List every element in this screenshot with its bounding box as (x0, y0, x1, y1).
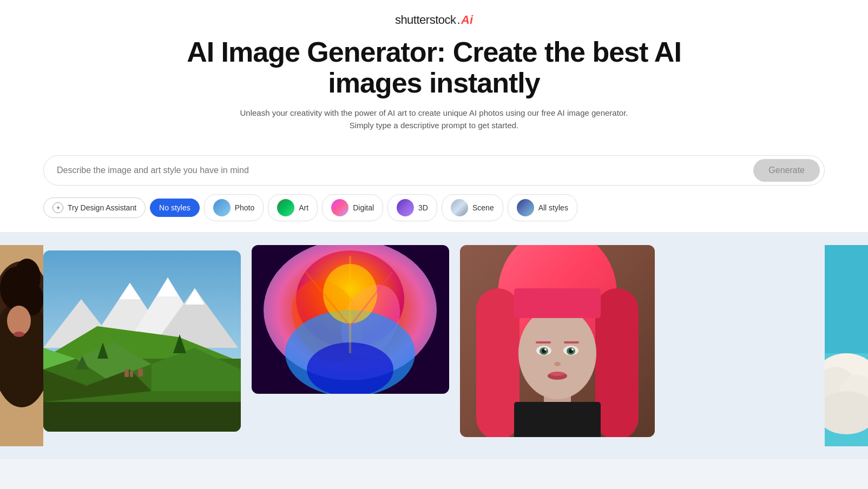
svg-rect-45 (595, 288, 639, 437)
filter-label-3d: 3D (418, 203, 428, 212)
logo-dot: . (457, 13, 460, 27)
filter-label-design-assistant: Try Design Assistant (68, 203, 136, 212)
page-header: shutterstock . Ai AI Image Generator: Cr… (0, 0, 868, 142)
svg-point-55 (544, 348, 547, 351)
3d-thumb (397, 199, 414, 216)
svg-rect-58 (564, 341, 579, 343)
gallery-image-mushroom[interactable] (252, 245, 449, 394)
filter-label-scene: Scene (472, 203, 494, 212)
svg-rect-28 (124, 369, 129, 377)
digital-thumb (331, 199, 348, 216)
filter-label-all-styles: All styles (538, 203, 568, 212)
filter-label-art: Art (299, 203, 308, 212)
gallery-main (43, 245, 825, 446)
search-input[interactable] (57, 156, 753, 185)
filter-scene[interactable]: Scene (442, 194, 503, 221)
scene-thumb (451, 199, 468, 216)
woman-svg (460, 245, 655, 437)
right-edge-image (825, 245, 868, 446)
svg-rect-30 (138, 368, 143, 376)
filter-digital[interactable]: Digital (322, 194, 383, 221)
logo-ai: Ai (461, 13, 473, 27)
logo: shutterstock . Ai (0, 13, 868, 27)
filter-design-assistant[interactable]: ✦ Try Design Assistant (43, 197, 146, 218)
svg-point-59 (554, 362, 561, 366)
left-edge-image (0, 245, 43, 446)
svg-rect-64 (825, 245, 868, 353)
svg-rect-48 (514, 288, 601, 318)
gallery-edge-right (825, 245, 868, 446)
filter-label-photo: Photo (235, 203, 255, 212)
svg-point-6 (7, 306, 31, 336)
allstyles-thumb (517, 199, 534, 216)
filter-photo[interactable]: Photo (204, 194, 264, 221)
filter-3d[interactable]: 3D (387, 194, 437, 221)
page-subtitle: Unleash your creativity with the power o… (228, 107, 640, 131)
gallery-section (0, 232, 868, 459)
photo-thumb (213, 199, 231, 216)
gallery-image-low-poly[interactable] (43, 250, 241, 432)
low-poly-svg (43, 250, 241, 432)
filter-label-digital: Digital (353, 203, 374, 212)
svg-point-61 (550, 372, 565, 376)
page-title: AI Image Generator: Create the best AI i… (136, 37, 732, 98)
logo-text: shutterstock (395, 13, 456, 27)
design-assistant-icon: ✦ (52, 202, 63, 213)
gallery-image-woman[interactable] (460, 245, 655, 437)
filter-all-styles[interactable]: All styles (508, 194, 577, 221)
filter-art[interactable]: Art (268, 194, 318, 221)
generate-button[interactable]: Generate (753, 159, 820, 182)
mushroom-svg (252, 245, 449, 394)
svg-rect-57 (536, 341, 551, 343)
style-filters: ✦ Try Design Assistant No styles Photo A… (43, 194, 825, 232)
svg-rect-44 (476, 288, 520, 437)
svg-point-56 (571, 348, 574, 351)
art-thumb (277, 199, 294, 216)
filter-no-styles[interactable]: No styles (150, 199, 200, 217)
svg-rect-29 (130, 371, 133, 377)
svg-rect-62 (514, 402, 601, 437)
filter-label-no-styles: No styles (159, 203, 190, 212)
svg-marker-24 (43, 402, 241, 432)
gallery-edge-left (0, 245, 43, 446)
search-section: Generate ✦ Try Design Assistant No style… (0, 142, 868, 232)
search-bar: Generate (43, 155, 825, 186)
svg-point-68 (825, 391, 868, 434)
svg-point-47 (518, 307, 596, 399)
svg-point-7 (14, 332, 24, 337)
